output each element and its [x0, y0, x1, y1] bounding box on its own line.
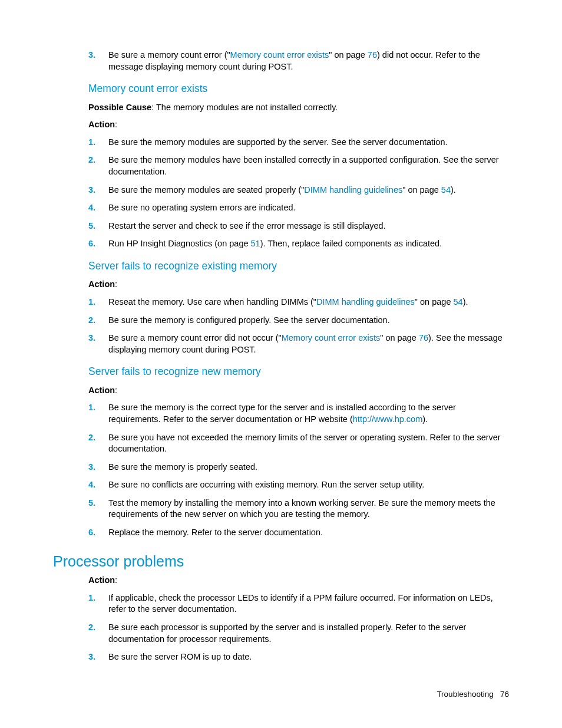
- link-page-51[interactable]: 51: [251, 239, 260, 248]
- item-text: ). Then, replace failed components as in…: [260, 239, 442, 248]
- action-list: 1.Reseat the memory. Use care when handl…: [88, 297, 509, 355]
- heading-processor-problems: Processor problems: [53, 552, 509, 572]
- item-text: Be sure a memory count error did not occ…: [108, 333, 282, 342]
- item-number: 3.: [88, 651, 95, 663]
- list-item: 1.Be sure the memory is the correct type…: [88, 402, 509, 425]
- item-number: 3.: [88, 462, 95, 473]
- list-item: 4.Be sure no conflicts are occurring wit…: [88, 479, 509, 491]
- item-text: ).: [451, 185, 456, 195]
- link-memory-count-error[interactable]: Memory count error exists: [282, 333, 381, 342]
- link-page-76[interactable]: 76: [368, 50, 377, 60]
- item-number: 6.: [88, 238, 95, 250]
- item-text: Be sure each processor is supported by t…: [108, 622, 466, 644]
- item-number: 2.: [88, 432, 95, 444]
- list-item: 5.Test the memory by installing the memo…: [88, 498, 509, 521]
- item-text: Be sure the memory is configured properl…: [108, 315, 390, 325]
- list-item: 2.Be sure you have not exceeded the memo…: [88, 432, 509, 455]
- item-number: 5.: [88, 220, 95, 232]
- item-text: If applicable, check the processor LEDs …: [108, 593, 493, 614]
- list-item: 3. Be sure a memory count error ("Memory…: [88, 50, 509, 73]
- item-text: Be sure no operating system errors are i…: [108, 203, 296, 212]
- list-item: 6.Replace the memory. Refer to the serve…: [88, 527, 509, 539]
- link-dimm-guidelines[interactable]: DIMM handling guidelines: [304, 185, 402, 195]
- list-item: 3.Be sure a memory count error did not o…: [88, 332, 509, 355]
- list-item: 3.Be sure the memory is properly seated.: [88, 462, 509, 473]
- item-text: Restart the server and check to see if t…: [108, 221, 386, 230]
- item-text: Be sure you have not exceeded the memory…: [108, 433, 501, 454]
- item-number: 3.: [88, 185, 95, 196]
- list-item: 1.If applicable, check the processor LED…: [88, 592, 509, 615]
- item-number: 2.: [88, 315, 95, 327]
- action-label-text: Action: [88, 279, 115, 289]
- list-item: 6.Run HP Insight Diagnostics (on page 51…: [88, 238, 509, 250]
- heading-recognize-existing-memory: Server fails to recognize existing memor…: [88, 259, 509, 274]
- footer-section: Troubleshooting: [437, 690, 493, 699]
- item-text: Test the memory by installing the memory…: [108, 498, 495, 519]
- item-text: Replace the memory. Refer to the server …: [108, 528, 323, 537]
- item-text: ).: [422, 414, 428, 424]
- possible-cause-text: : The memory modules are not installed c…: [151, 103, 338, 112]
- item-text: " on page: [415, 297, 454, 307]
- item-text: ).: [463, 297, 468, 307]
- item-number: 2.: [88, 154, 95, 166]
- action-label: Action:: [88, 575, 509, 587]
- link-page-76[interactable]: 76: [419, 333, 428, 342]
- intro-list: 3. Be sure a memory count error ("Memory…: [88, 50, 509, 73]
- item-text: Be sure the memory is properly seated.: [108, 462, 257, 472]
- action-label-text: Action: [88, 575, 115, 585]
- item-number: 5.: [88, 498, 95, 509]
- link-page-54[interactable]: 54: [441, 185, 451, 195]
- list-item: 2.Be sure each processor is supported by…: [88, 622, 509, 645]
- action-list: 1.Be sure the memory is the correct type…: [88, 402, 509, 538]
- item-number: 1.: [88, 402, 95, 414]
- link-dimm-guidelines[interactable]: DIMM handling guidelines: [316, 297, 415, 307]
- list-item: 4.Be sure no operating system errors are…: [88, 202, 509, 214]
- item-text: Be sure the memory modules are seated pr…: [108, 185, 304, 195]
- list-item: 1.Reseat the memory. Use care when handl…: [88, 297, 509, 308]
- item-number: 1.: [88, 592, 95, 604]
- action-list: 1.If applicable, check the processor LED…: [88, 592, 509, 663]
- possible-cause-label: Possible Cause: [88, 103, 151, 112]
- item-text: Be sure the memory modules have been ins…: [108, 155, 499, 176]
- list-item: 3.Be sure the server ROM is up to date.: [88, 651, 509, 663]
- item-text: Be sure the server ROM is up to date.: [108, 652, 252, 661]
- item-text: " on page: [402, 185, 441, 195]
- action-label-text: Action: [88, 120, 115, 129]
- link-page-54[interactable]: 54: [453, 297, 462, 307]
- item-number: 4.: [88, 479, 95, 491]
- action-label: Action:: [88, 119, 509, 131]
- item-text: Be sure no conflicts are occurring with …: [108, 480, 424, 489]
- item-text: Be sure the memory modules are supported…: [108, 137, 447, 147]
- item-text: Reseat the memory. Use care when handlin…: [108, 297, 316, 307]
- possible-cause: Possible Cause: The memory modules are n…: [88, 102, 509, 114]
- list-item: 3.Be sure the memory modules are seated …: [88, 185, 509, 196]
- item-number: 2.: [88, 622, 95, 634]
- item-number: 1.: [88, 297, 95, 308]
- link-memory-count-error[interactable]: Memory count error exists: [230, 50, 329, 60]
- item-number: 3.: [88, 50, 95, 61]
- item-number: 1.: [88, 137, 95, 149]
- item-text: Be sure a memory count error (": [108, 50, 230, 60]
- item-number: 6.: [88, 527, 95, 539]
- list-item: 2.Be sure the memory modules have been i…: [88, 154, 509, 177]
- page-footer: Troubleshooting 76: [437, 689, 509, 700]
- item-number: 3.: [88, 332, 95, 344]
- list-item: 2.Be sure the memory is configured prope…: [88, 315, 509, 327]
- action-label-text: Action: [88, 386, 115, 395]
- link-hp-website[interactable]: http://www.hp.com: [353, 414, 422, 424]
- item-text: " on page: [329, 50, 368, 60]
- action-label: Action:: [88, 279, 509, 291]
- item-number: 4.: [88, 202, 95, 214]
- action-list: 1.Be sure the memory modules are support…: [88, 137, 509, 250]
- item-text: " on page: [380, 333, 419, 342]
- heading-memory-count-error: Memory count error exists: [88, 82, 509, 96]
- heading-recognize-new-memory: Server fails to recognize new memory: [88, 365, 509, 379]
- list-item: 5.Restart the server and check to see if…: [88, 220, 509, 232]
- footer-page-number: 76: [500, 690, 509, 699]
- action-label: Action:: [88, 385, 509, 397]
- item-text: Run HP Insight Diagnostics (on page: [108, 239, 251, 248]
- list-item: 1.Be sure the memory modules are support…: [88, 137, 509, 149]
